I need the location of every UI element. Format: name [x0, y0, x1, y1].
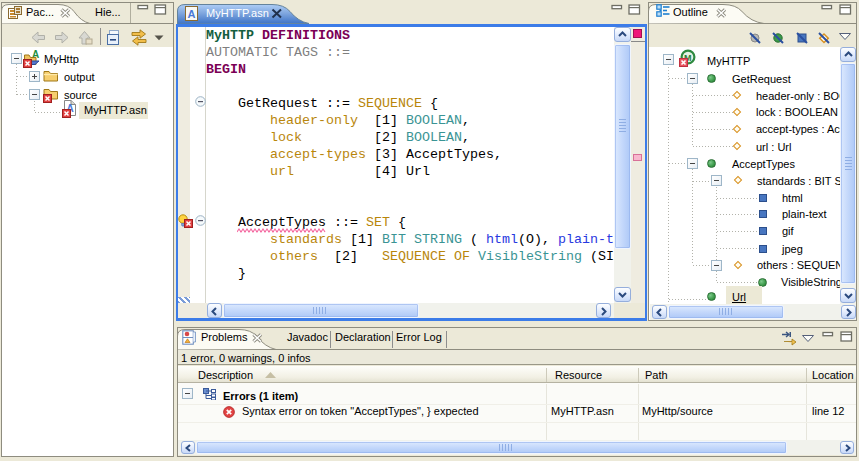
svg-text:A: A	[188, 8, 196, 20]
